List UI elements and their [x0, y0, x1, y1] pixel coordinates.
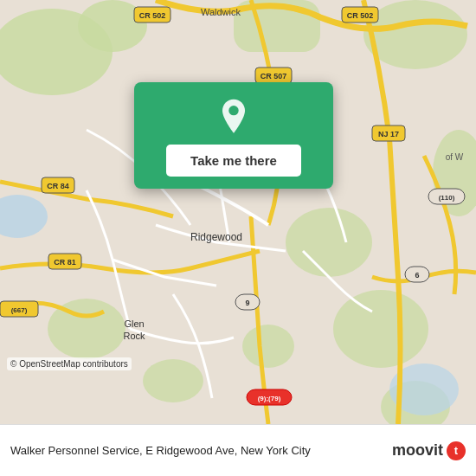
- svg-text:of W: of W: [446, 152, 464, 162]
- svg-point-10: [143, 359, 203, 402]
- location-pin-icon: [215, 98, 253, 136]
- svg-point-41: [228, 106, 238, 115]
- svg-text:CR 507: CR 507: [261, 72, 287, 80]
- take-me-there-button[interactable]: Take me there: [166, 145, 301, 177]
- moovit-logo-text: moovit: [392, 441, 443, 460]
- moovit-logo-dot: t: [447, 441, 466, 460]
- openstreetmap-attribution: © OpenStreetMap contributors: [7, 357, 132, 370]
- moovit-logo: moovit t: [392, 441, 466, 460]
- svg-text:(110): (110): [439, 194, 455, 202]
- svg-text:6: 6: [415, 271, 419, 280]
- svg-text:Rock: Rock: [123, 331, 145, 341]
- svg-text:CR 502: CR 502: [347, 11, 374, 20]
- svg-text:Waldwick: Waldwick: [201, 7, 241, 17]
- popup-card: Take me there: [134, 82, 333, 189]
- svg-text:CR 84: CR 84: [47, 182, 69, 190]
- svg-point-6: [286, 208, 372, 277]
- svg-text:CR 502: CR 502: [139, 11, 166, 20]
- svg-text:(9);(79): (9);(79): [258, 395, 281, 402]
- svg-text:CR 81: CR 81: [54, 258, 76, 267]
- svg-text:Glen: Glen: [124, 318, 144, 329]
- map-container[interactable]: CR 502 CR 502 CR 507 CR 84 NJ 17 CR 81 (…: [0, 0, 476, 424]
- svg-text:(667): (667): [11, 306, 28, 314]
- svg-text:9: 9: [245, 299, 249, 307]
- svg-text:Ridgewood: Ridgewood: [190, 231, 242, 243]
- bottom-bar: Walker Personnel Service, E Ridgewood Av…: [0, 424, 476, 476]
- svg-point-11: [242, 325, 294, 368]
- moovit-logo-dot-letter: t: [454, 445, 458, 456]
- location-label: Walker Personnel Service, E Ridgewood Av…: [10, 444, 392, 457]
- svg-text:NJ 17: NJ 17: [378, 130, 399, 138]
- svg-point-7: [333, 290, 428, 368]
